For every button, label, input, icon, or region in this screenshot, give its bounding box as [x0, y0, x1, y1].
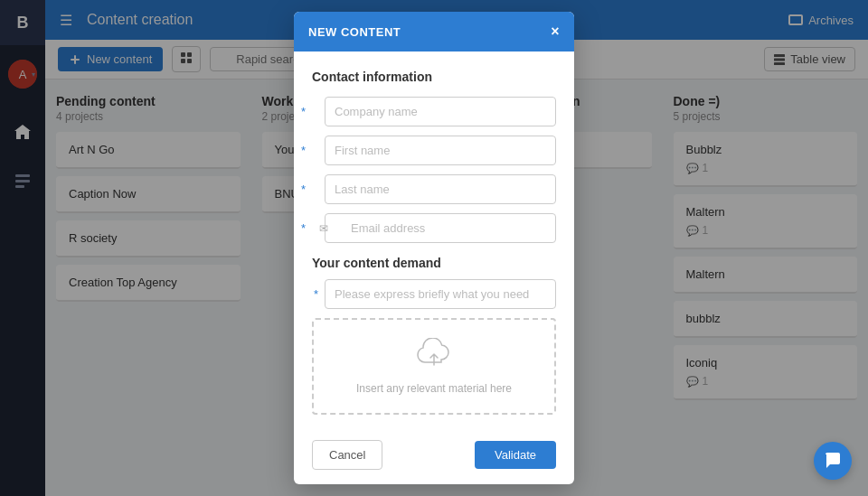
modal-overlay[interactable]: NEW CONTENT × Contact information * * *: [0, 0, 868, 496]
new-content-modal: NEW CONTENT × Contact information * * *: [294, 12, 574, 484]
first-name-input[interactable]: [325, 136, 556, 165]
demand-field-group: *: [312, 279, 556, 309]
modal-header: NEW CONTENT ×: [294, 12, 574, 51]
chat-icon: [824, 452, 842, 470]
first-name-field-group: *: [312, 136, 556, 165]
validate-button[interactable]: Validate: [475, 441, 556, 469]
required-star-last-name: *: [301, 182, 306, 196]
app-wrapper: B A ▾ ☰ Content creation Archives: [0, 0, 868, 496]
demand-section-title: Your content demand: [312, 256, 556, 270]
email-field-group: * ✉: [312, 213, 556, 243]
modal-body: Contact information * * * * ✉: [294, 51, 574, 429]
cancel-button[interactable]: Cancel: [312, 440, 382, 470]
modal-title: NEW CONTENT: [308, 25, 401, 39]
chat-fab-button[interactable]: [814, 442, 852, 480]
email-input[interactable]: [325, 213, 556, 243]
email-icon: ✉: [319, 222, 328, 235]
company-field-group: *: [312, 97, 556, 126]
required-star-first-name: *: [301, 144, 306, 157]
demand-input[interactable]: [325, 279, 556, 309]
required-star-demand: *: [314, 287, 318, 301]
company-name-input[interactable]: [325, 97, 556, 126]
upload-label: Insert any relevant material here: [356, 382, 512, 395]
upload-icon: [332, 338, 536, 377]
required-star-email: *: [301, 221, 306, 235]
required-star-company: *: [301, 105, 306, 118]
upload-area[interactable]: Insert any relevant material here: [312, 318, 556, 415]
last-name-input[interactable]: [325, 174, 556, 204]
contact-section-title: Contact information: [312, 70, 556, 84]
modal-footer: Cancel Validate: [294, 429, 574, 484]
last-name-field-group: *: [312, 174, 556, 204]
modal-close-button[interactable]: ×: [551, 24, 560, 39]
